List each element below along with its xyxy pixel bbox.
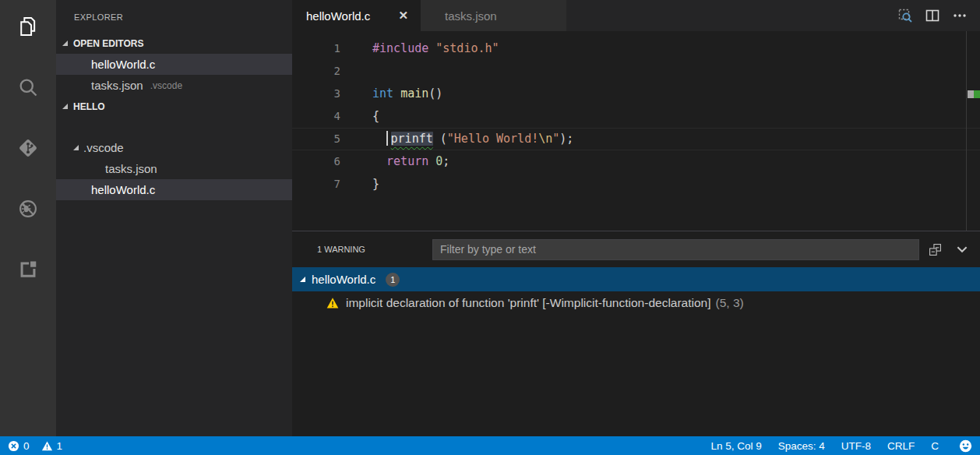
code-token: ;	[442, 154, 449, 168]
tree-item-label: .vscode	[83, 141, 124, 154]
overview-ruler[interactable]	[966, 31, 980, 231]
error-icon	[8, 440, 19, 452]
code-area: 1#include "stdio.h"23int main()4{5 prinf…	[292, 31, 980, 196]
code-line-1[interactable]: 1#include "stdio.h"	[292, 37, 980, 60]
misspelled-token: prinft	[391, 132, 433, 146]
status-item-c[interactable]: C	[931, 440, 939, 452]
tree-item-tasks-json[interactable]: tasks.json.vscode	[56, 75, 292, 96]
problems-panel-header: 1 WARNING	[292, 231, 980, 267]
status-item-crlf[interactable]: CRLF	[887, 440, 915, 452]
twisty-icon	[62, 104, 68, 109]
status-error-count[interactable]: 0	[8, 440, 30, 452]
section-header-open-editors[interactable]: OPEN EDITORS	[56, 33, 292, 54]
activity-bar-item-extensions[interactable]	[9, 251, 47, 288]
code-token: \n	[538, 132, 552, 146]
warning-icon	[41, 440, 53, 452]
sidebar-title: EXPLORER	[56, 0, 292, 22]
line-content: int main()	[340, 83, 442, 105]
code-line-7[interactable]: 7}	[292, 173, 980, 196]
section-gap	[56, 117, 292, 137]
code-line-6[interactable]: 6 return 0;	[292, 150, 980, 173]
tab-label: tasks.json	[445, 9, 497, 23]
problem-row[interactable]: implicit declaration of function 'prinft…	[292, 291, 980, 315]
status-item-ln-5-col-9[interactable]: Ln 5, Col 9	[710, 440, 761, 452]
tree-item--vscode[interactable]: .vscode	[56, 137, 292, 158]
line-content: return 0;	[340, 150, 449, 173]
tab-tasks-json[interactable]: tasks.json	[421, 0, 566, 31]
status-item-spaces-4[interactable]: Spaces: 4	[778, 440, 825, 452]
tree-item-label: helloWorld.c	[91, 58, 155, 71]
editor-group: helloWorld.c✕tasks.json 1#include "stdio…	[292, 0, 980, 436]
code-line-4[interactable]: 4{	[292, 105, 980, 128]
overview-marker-highlight	[968, 90, 974, 98]
explorer-sections: OPEN EDITORShelloWorld.ctasks.json.vscod…	[56, 33, 292, 200]
section-header-label: HELLO	[73, 101, 105, 112]
search-icon	[17, 76, 39, 98]
line-content: #include "stdio.h"	[340, 37, 499, 60]
status-bar-left: 01	[8, 440, 70, 452]
problems-count-badge: 1	[386, 273, 400, 287]
line-number: 7	[292, 173, 340, 196]
extensions-icon	[17, 259, 39, 280]
smiley-icon[interactable]	[959, 439, 972, 453]
twisty-icon	[300, 277, 305, 282]
tab-bar: helloWorld.c✕tasks.json	[292, 0, 980, 31]
section-header-label: OPEN EDITORS	[73, 38, 143, 49]
code-token: "stdio.h"	[435, 41, 499, 55]
activity-bar-item-source-control[interactable]	[9, 129, 47, 167]
line-number: 5	[292, 128, 340, 150]
editor-actions	[897, 8, 968, 23]
code-line-3[interactable]: 3int main()	[292, 83, 980, 105]
search-preview-icon[interactable]	[897, 8, 913, 23]
tree-item-helloWorld-c[interactable]: helloWorld.c	[56, 54, 292, 75]
files-icon	[17, 16, 39, 37]
warning-icon	[326, 297, 346, 309]
code-token: 0	[435, 154, 442, 168]
tree-item-tasks-json[interactable]: tasks.json	[56, 158, 292, 179]
line-content: prinft ("Hello World!\n");	[340, 128, 573, 150]
section-header-hello[interactable]: HELLO	[56, 96, 292, 117]
activity-bar-item-debug[interactable]	[9, 190, 47, 227]
more-actions-icon[interactable]	[952, 8, 968, 23]
text-cursor	[386, 131, 388, 146]
problems-list: implicit declaration of function 'prinft…	[292, 291, 980, 315]
close-icon[interactable]: ✕	[398, 9, 408, 23]
overview-marker-warning	[974, 90, 980, 98]
code-token: main	[400, 86, 428, 101]
status-warning-count[interactable]: 1	[41, 440, 63, 452]
status-bar-right: Ln 5, Col 9Spaces: 4UTF-8CRLFC	[710, 440, 939, 452]
code-token: return	[386, 154, 428, 168]
activity-bar-item-explorer[interactable]	[9, 8, 47, 45]
git-icon	[17, 137, 39, 159]
problem-message: implicit declaration of function 'prinft…	[346, 296, 711, 310]
code-line-5[interactable]: 5 prinft ("Hello World!\n");	[292, 128, 980, 150]
code-editor[interactable]: 1#include "stdio.h"23int main()4{5 prinf…	[292, 31, 980, 231]
tab-helloWorld-c[interactable]: helloWorld.c✕	[292, 0, 421, 31]
line-number: 3	[292, 83, 340, 105]
problem-location: (5, 3)	[716, 296, 744, 310]
vscode-window: EXPLORER OPEN EDITORShelloWorld.ctasks.j…	[0, 0, 980, 436]
activity-bar	[0, 0, 56, 436]
problems-file-row[interactable]: helloWorld.c 1	[292, 267, 980, 291]
chevron-down-icon[interactable]	[955, 242, 969, 256]
problems-file-label: helloWorld.c	[312, 273, 375, 286]
code-token: );	[559, 132, 573, 146]
code-token	[393, 86, 400, 101]
status-bar: 01 Ln 5, Col 9Spaces: 4UTF-8CRLFC	[0, 436, 980, 455]
line-number: 6	[292, 150, 340, 173]
collapse-all-icon[interactable]	[929, 243, 942, 256]
line-number: 4	[292, 105, 340, 128]
status-item-utf-8[interactable]: UTF-8	[841, 440, 871, 452]
panel-header-icons	[929, 242, 969, 256]
line-number: 2	[292, 60, 340, 83]
tree-item-detail: .vscode	[150, 80, 182, 91]
code-token: "Hello World!	[447, 132, 538, 146]
line-content: {	[340, 105, 379, 128]
twisty-icon	[73, 145, 79, 150]
tab-label: helloWorld.c	[306, 9, 370, 23]
problems-filter-input[interactable]	[432, 239, 919, 260]
activity-bar-item-search[interactable]	[9, 69, 47, 106]
tree-item-helloWorld-c[interactable]: helloWorld.c	[56, 179, 292, 200]
split-editor-icon[interactable]	[925, 8, 940, 23]
code-line-2[interactable]: 2	[292, 60, 980, 83]
